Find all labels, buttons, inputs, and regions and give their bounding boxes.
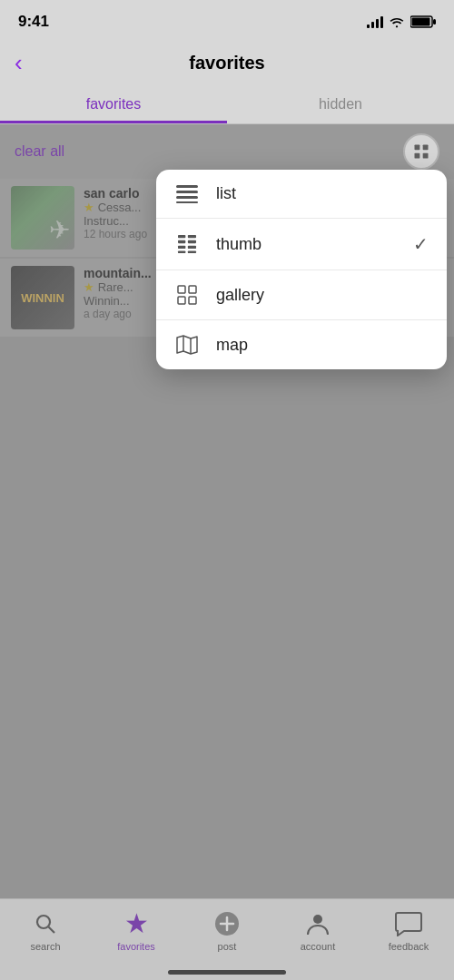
svg-marker-23: [177, 336, 197, 354]
status-icons: [367, 15, 436, 28]
tabs-bar: favorites hidden: [0, 85, 454, 124]
signal-icon: [367, 15, 383, 28]
menu-item-gallery[interactable]: gallery: [156, 270, 447, 320]
tab-hidden[interactable]: hidden: [227, 85, 454, 123]
thumb-icon: [174, 235, 200, 253]
svg-rect-18: [188, 251, 196, 254]
dropdown-menu: list thumb ✓: [156, 170, 447, 369]
list-icon: [174, 185, 200, 203]
menu-label-map: map: [216, 336, 429, 355]
svg-rect-14: [188, 240, 196, 243]
status-bar: 9:41: [0, 0, 454, 40]
svg-rect-8: [176, 191, 198, 193]
svg-rect-11: [178, 235, 185, 238]
tab-favorites[interactable]: favorites: [0, 85, 227, 123]
svg-rect-12: [188, 235, 196, 238]
page-title: favorites: [189, 53, 264, 74]
svg-rect-19: [178, 286, 185, 293]
menu-label-gallery: gallery: [216, 286, 429, 305]
check-icon: ✓: [413, 233, 429, 255]
svg-rect-16: [188, 246, 196, 249]
status-time: 9:41: [18, 13, 49, 31]
battery-icon: [410, 15, 436, 28]
menu-label-list: list: [216, 184, 429, 203]
header: ‹ favorites: [0, 40, 454, 85]
page: 9:41 ‹ favorites favorites hidden: [0, 0, 454, 980]
svg-rect-21: [178, 297, 185, 304]
svg-rect-10: [176, 201, 198, 203]
svg-rect-7: [176, 185, 198, 188]
menu-label-thumb: thumb: [216, 235, 397, 254]
back-button[interactable]: ‹: [15, 51, 23, 74]
gallery-icon: [174, 285, 200, 305]
map-icon: [174, 335, 200, 355]
svg-rect-2: [433, 19, 436, 24]
svg-rect-1: [412, 18, 430, 26]
svg-rect-17: [178, 251, 185, 254]
svg-rect-15: [178, 246, 185, 249]
menu-item-thumb[interactable]: thumb ✓: [156, 219, 447, 270]
main-content: clear all san carlo ★ Cessa... Instruc..: [0, 124, 454, 980]
svg-rect-9: [176, 196, 198, 199]
menu-item-list[interactable]: list: [156, 170, 447, 219]
menu-item-map[interactable]: map: [156, 320, 447, 369]
wifi-icon: [389, 15, 405, 28]
svg-rect-20: [189, 286, 196, 293]
svg-rect-22: [189, 297, 196, 304]
svg-rect-13: [178, 240, 185, 243]
